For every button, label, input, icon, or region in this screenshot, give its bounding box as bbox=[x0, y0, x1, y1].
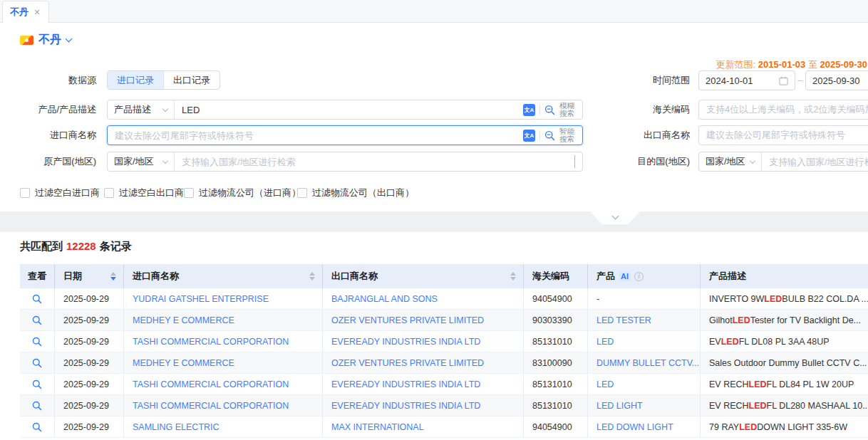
hs-code-cell: 94054900 bbox=[524, 417, 588, 437]
hs-code-cell: 90303390 bbox=[524, 310, 588, 330]
importer-search-icons: 文A 智能搜索 bbox=[517, 127, 582, 143]
view-cell[interactable] bbox=[20, 288, 55, 309]
smart-search-icon[interactable] bbox=[544, 130, 555, 141]
column-header-importer[interactable]: 进口商名称 bbox=[124, 264, 323, 288]
column-header-hs-code: 海关编码 bbox=[524, 264, 588, 288]
description-cell: 79 RAY LED DOWN LIGHT 335-6W bbox=[701, 417, 868, 437]
chevron-down-icon bbox=[611, 213, 619, 220]
exporter-link[interactable]: EVEREADY INDUSTRIES INDIA LTD bbox=[323, 331, 524, 352]
checkbox-icon[interactable] bbox=[20, 188, 30, 198]
column-header-exporter[interactable]: 出口商名称 bbox=[323, 264, 524, 288]
importer-label: 进口商名称 bbox=[0, 125, 96, 145]
exporter-name-input[interactable]: 建议去除公司尾部字符或特殊符号 bbox=[698, 125, 868, 145]
ai-badge: AI bbox=[619, 271, 631, 281]
importer-link[interactable]: SAMLING ELECTRIC bbox=[124, 417, 323, 437]
view-record-icon[interactable] bbox=[32, 294, 42, 304]
exporter-link[interactable]: EVEREADY INDUSTRIES INDIA LTD bbox=[323, 395, 524, 416]
product-cell[interactable]: DUMMY BULLET CCTV... bbox=[588, 352, 701, 373]
product-cell[interactable]: LED DOWN LIGHT bbox=[588, 417, 701, 437]
destination-input[interactable] bbox=[762, 152, 868, 171]
smart-search-label[interactable]: 智能搜索 bbox=[559, 127, 577, 143]
date-end-input[interactable]: 2025-09-30 bbox=[805, 70, 868, 90]
importer-link[interactable]: TASHI COMMERCIAL CORPORATION bbox=[124, 331, 323, 352]
destination-select[interactable]: 国家/地区 bbox=[699, 152, 762, 171]
hs-code-cell: 85131010 bbox=[524, 395, 588, 416]
bhutan-flag-icon bbox=[20, 36, 33, 45]
view-record-icon[interactable] bbox=[32, 315, 42, 325]
product-search-icons: 文A 模糊搜索 bbox=[517, 102, 582, 117]
hs-code-cell: 83100090 bbox=[524, 352, 588, 373]
product-search-control: 产品描述 文A 模糊搜索 bbox=[107, 100, 583, 120]
export-records-option[interactable]: 出口记录 bbox=[163, 71, 219, 89]
description-cell: Gilhot LED Tester for TV Backlight De... bbox=[701, 310, 868, 330]
product-cell: - bbox=[588, 288, 701, 309]
checkbox-icon[interactable] bbox=[184, 188, 194, 198]
exporter-link[interactable]: OZER VENTURES PRIVATE LIMITED bbox=[323, 310, 524, 330]
product-search-input[interactable] bbox=[175, 100, 517, 119]
product-cell[interactable]: LED TESTER bbox=[588, 310, 701, 330]
table-row: 2025-09-29MEDHEY E COMMERCEOZER VENTURES… bbox=[20, 352, 868, 374]
exporter-link[interactable]: OZER VENTURES PRIVATE LIMITED bbox=[323, 352, 524, 373]
close-icon[interactable]: × bbox=[34, 7, 40, 17]
description-cell: Sales Outdoor Dummy Bullet CCTV C... bbox=[701, 352, 868, 373]
collapse-form-button[interactable] bbox=[590, 211, 640, 224]
checkbox-filter-logistics-exporter[interactable]: 过滤物流公司（出口商） bbox=[297, 187, 414, 199]
view-cell[interactable] bbox=[20, 417, 55, 437]
origin-country-select[interactable]: 国家/地区 bbox=[108, 152, 175, 171]
time-range-label: 时间范围 bbox=[606, 70, 690, 90]
translate-icon[interactable]: 文A bbox=[523, 104, 535, 116]
view-cell[interactable] bbox=[20, 374, 55, 394]
chevron-down-icon bbox=[162, 105, 168, 111]
chevron-down-icon[interactable] bbox=[66, 35, 73, 42]
divider bbox=[539, 130, 540, 140]
checkbox-filter-logistics-importer[interactable]: 过滤物流公司（进口商） bbox=[184, 187, 301, 199]
fuzzy-search-icon[interactable] bbox=[544, 105, 555, 115]
sort-icon-date[interactable] bbox=[110, 272, 116, 281]
origin-country-input[interactable] bbox=[175, 152, 574, 171]
view-record-icon[interactable] bbox=[32, 422, 42, 432]
column-header-date[interactable]: 日期 bbox=[55, 264, 124, 288]
view-record-icon[interactable] bbox=[32, 379, 42, 389]
view-record-icon[interactable] bbox=[32, 358, 42, 368]
product-type-select[interactable]: 产品描述 bbox=[108, 100, 175, 119]
sort-icon-exporter[interactable] bbox=[510, 272, 516, 281]
exporter-link[interactable]: BAJRANGLAL AND SONS bbox=[323, 288, 524, 309]
view-record-icon[interactable] bbox=[32, 337, 42, 347]
view-cell[interactable] bbox=[20, 331, 55, 352]
date-cell: 2025-09-29 bbox=[55, 288, 124, 309]
page-title-row[interactable]: 不丹 bbox=[20, 33, 71, 47]
checkbox-filter-blank-importer[interactable]: 过滤空白进口商 bbox=[20, 187, 100, 199]
calendar-icon bbox=[779, 76, 788, 85]
info-icon[interactable]: i bbox=[634, 272, 644, 281]
product-cell[interactable]: LED bbox=[588, 374, 701, 394]
hs-code-input[interactable]: 支持4位以上海关编码，或2位海关编码加上 bbox=[698, 100, 868, 120]
fuzzy-search-label[interactable]: 模糊搜索 bbox=[559, 102, 577, 117]
exporter-link[interactable]: MAX INTERNATIONAL bbox=[323, 417, 524, 437]
product-cell[interactable]: LED bbox=[588, 331, 701, 352]
table-row: 2025-09-29TASHI COMMERCIAL CORPORATIONEV… bbox=[20, 374, 868, 395]
hs-code-cell: 85131010 bbox=[524, 374, 588, 394]
product-cell[interactable]: LED LIGHT bbox=[588, 395, 701, 416]
import-records-option[interactable]: 进口记录 bbox=[108, 71, 163, 89]
importer-link[interactable]: MEDHEY E COMMERCE bbox=[124, 310, 323, 330]
importer-name-input[interactable] bbox=[108, 126, 517, 145]
origin-country-control: 国家/地区 bbox=[107, 152, 583, 172]
view-cell[interactable] bbox=[20, 395, 55, 416]
checkbox-icon[interactable] bbox=[297, 188, 307, 198]
view-record-icon[interactable] bbox=[32, 401, 42, 411]
importer-link[interactable]: TASHI COMMERCIAL CORPORATION bbox=[124, 395, 323, 416]
checkbox-icon[interactable] bbox=[104, 188, 114, 198]
sort-icon-importer[interactable] bbox=[309, 272, 315, 281]
view-cell[interactable] bbox=[20, 352, 55, 373]
importer-link[interactable]: TASHI COMMERCIAL CORPORATION bbox=[124, 374, 323, 394]
translate-icon[interactable]: 文A bbox=[523, 130, 535, 142]
exporter-link[interactable]: EVEREADY INDUSTRIES INDIA LTD bbox=[323, 374, 524, 394]
column-header-description: 产品描述 bbox=[701, 264, 868, 288]
tab-bhutan[interactable]: 不丹 × bbox=[2, 1, 49, 23]
checkbox-filter-blank-exporter[interactable]: 过滤空白出口商 bbox=[104, 187, 184, 199]
view-cell[interactable] bbox=[20, 310, 55, 330]
date-cell: 2025-09-29 bbox=[55, 417, 124, 437]
date-start-input[interactable]: 2024-10-01 bbox=[698, 70, 795, 90]
importer-link[interactable]: MEDHEY E COMMERCE bbox=[124, 352, 323, 373]
importer-link[interactable]: YUDRAI GATSHEL ENTERPRISE bbox=[124, 288, 323, 309]
